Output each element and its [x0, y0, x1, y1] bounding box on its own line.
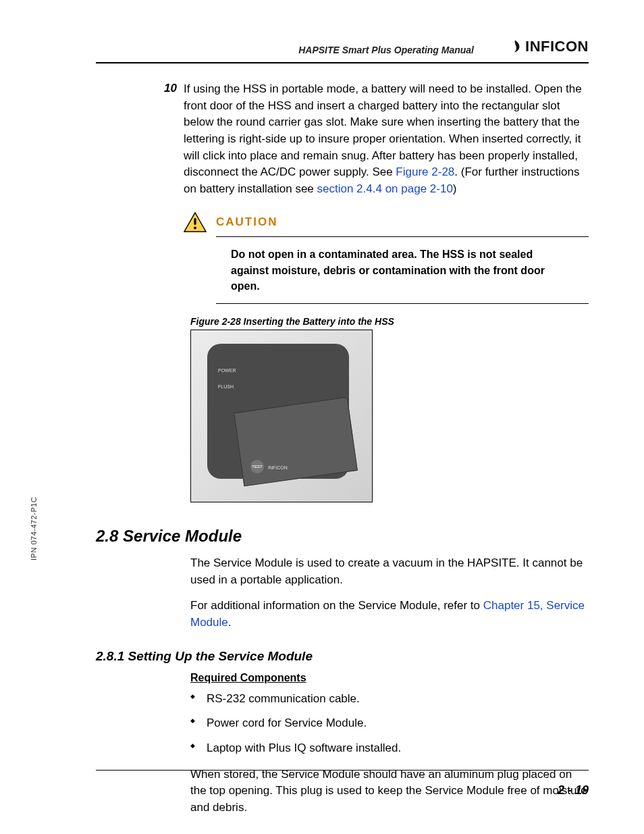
list-item: RS-232 communication cable. — [190, 691, 589, 708]
section-2-8-p2: For additional information on the Servic… — [190, 598, 589, 631]
caution-block: CAUTION Do not open in a contaminated ar… — [184, 212, 589, 304]
caution-rule-bottom — [216, 303, 589, 304]
heading-2-8: 2.8 Service Module — [96, 527, 589, 546]
caution-title: CAUTION — [216, 215, 277, 229]
svg-point-2 — [194, 227, 196, 230]
brand-text: INFICON — [525, 38, 589, 55]
step-text-post: ) — [453, 182, 457, 195]
section-2-4-4-link[interactable]: section 2.4.4 on page 2-10 — [317, 182, 453, 195]
figure-badge-test: TEST — [250, 460, 264, 473]
brand-logo: INFICON — [508, 38, 589, 55]
list-item: Laptop with Plus IQ software installed. — [190, 740, 589, 757]
figure-2-28-link[interactable]: Figure 2-28 — [396, 165, 454, 178]
section-2-8-p2-pre: For additional information on the Servic… — [190, 599, 483, 612]
heading-2-8-1: 2.8.1 Setting Up the Service Module — [96, 649, 589, 664]
step-text-pre: If using the HSS in portable mode, a bat… — [184, 82, 582, 178]
svg-rect-1 — [194, 218, 196, 225]
footer-rule — [96, 770, 589, 771]
caution-icon — [184, 212, 207, 232]
side-ipn-text: IPN 074-472-P1C — [30, 497, 38, 561]
section-2-8-p2-post: . — [228, 616, 232, 629]
brand-icon — [508, 39, 522, 54]
caution-rule-top — [216, 236, 589, 237]
section-2-8-1-p-after: When stored, the Service Module should h… — [190, 766, 589, 816]
list-item: Power cord for Service Module. — [190, 715, 589, 732]
header-rule — [96, 62, 589, 63]
doc-title: HAPSITE Smart Plus Operating Manual — [298, 45, 474, 55]
required-components-subhead: Required Components — [190, 672, 589, 684]
page-number: 2 - 19 — [558, 783, 589, 798]
figure-label-power: POWER — [218, 368, 236, 373]
page-header: HAPSITE Smart Plus Operating Manual INFI… — [96, 38, 589, 62]
components-list: RS-232 communication cable. Power cord f… — [190, 691, 589, 757]
figure-2-28-image: POWER FLUSH TEST INFICON — [190, 330, 373, 502]
figure-brand-small: INFICON — [268, 465, 288, 470]
caution-body: Do not open in a contaminated area. The … — [231, 246, 555, 294]
step-number: 10 — [150, 81, 184, 197]
figure-caption: Figure 2-28 Inserting the Battery into t… — [190, 316, 589, 327]
section-2-8-p1: The Service Module is used to create a v… — [190, 555, 589, 588]
step-10: 10 If using the HSS in portable mode, a … — [55, 81, 589, 197]
figure-label-flush: FLUSH — [218, 384, 234, 389]
step-body: If using the HSS in portable mode, a bat… — [184, 81, 589, 197]
